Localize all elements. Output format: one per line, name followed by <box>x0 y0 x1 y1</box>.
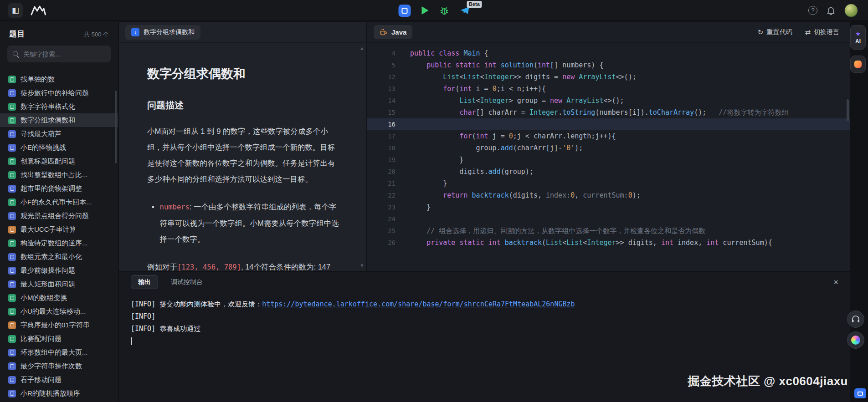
code-line[interactable]: 24 <box>367 213 850 225</box>
scroll-up-icon[interactable]: ▲ <box>360 46 365 51</box>
ai-sparkle-icon: ★ <box>855 30 861 37</box>
sidebar-item-problem[interactable]: 寻找最大葫芦 <box>0 127 118 141</box>
sidebar-item-problem[interactable]: 数字分组求偶数和 <box>0 113 118 127</box>
sidebar-item-problem[interactable]: 最大矩形面积问题 <box>0 277 118 291</box>
problem-title: 数字分组求偶数和 <box>147 66 342 82</box>
problem-title-label: 找单独的数 <box>21 75 55 84</box>
search-box[interactable] <box>7 46 111 62</box>
debug-button[interactable] <box>439 6 449 15</box>
sidebar-item-problem[interactable]: 最少字符串操作次数 <box>0 359 118 373</box>
code-line[interactable]: 17 for(int j = 0;j < charArr.length;j++)… <box>367 130 850 142</box>
code-line[interactable]: 15 char[] charArr = Integer.toString(num… <box>367 107 850 118</box>
run-button[interactable] <box>421 6 428 15</box>
problem-title-label: 字典序最小的01字符串 <box>21 321 90 330</box>
console-link[interactable]: https://bytedance.larkoffice.com/share/b… <box>262 300 575 308</box>
problem-type-icon <box>8 158 16 165</box>
problem-title-label: 创意标题匹配问题 <box>21 157 75 166</box>
code-line[interactable]: 21 } <box>367 178 850 189</box>
feedback-widget[interactable] <box>854 388 866 398</box>
search-input[interactable] <box>23 51 105 58</box>
sidebar-toggle-button[interactable]: ◧ <box>8 3 23 18</box>
sidebar-item-problem[interactable]: 找出整型数组中占比... <box>0 168 118 182</box>
activity-tile[interactable] <box>850 56 866 73</box>
layout-button[interactable] <box>398 5 411 17</box>
sidebar-item-problem[interactable]: 观光景点组合得分问题 <box>0 209 118 223</box>
sidebar-item-problem[interactable]: 徒步旅行中的补给问题 <box>0 86 118 100</box>
code-line[interactable]: 13 for(int i = 0;i < n;i++){ <box>367 83 850 95</box>
problem-type-icon <box>8 294 16 302</box>
sidebar-item-problem[interactable]: 字典序最小的01字符串 <box>0 318 118 332</box>
code-line[interactable]: 19 } <box>367 154 850 166</box>
problem-type-icon <box>8 362 16 370</box>
code-line[interactable]: 14 List<Integer> group = new ArrayList<>… <box>367 95 850 107</box>
problem-title-label: 石子移动问题 <box>21 376 62 384</box>
sidebar-item-problem[interactable]: 环形数组中的最大页... <box>0 346 118 359</box>
problem-tab-icon: ↓ <box>131 28 139 36</box>
help-button[interactable]: ? <box>808 6 817 15</box>
problem-tab[interactable]: ↓ 数字分组求偶数和 <box>125 25 200 40</box>
switch-language-button[interactable]: ⇄ 切换语言 <box>805 28 839 36</box>
code-line[interactable]: 5 public static int solution(int[] numbe… <box>367 59 850 71</box>
problem-body: 数字分组求偶数和 问题描述 小M面对一组从 1 到 9 的数字，这些数字被分成多… <box>119 43 366 271</box>
sidebar-item-problem[interactable]: DNA序列编辑距离 <box>0 400 118 402</box>
sidebar-item-problem[interactable]: 小F的永久代币卡回本... <box>0 195 118 209</box>
ai-chat-button[interactable] <box>847 331 864 349</box>
support-button[interactable] <box>847 310 864 328</box>
editor-scrollbar[interactable] <box>847 99 849 121</box>
user-avatar[interactable] <box>844 4 858 17</box>
code-line[interactable]: 22 return backtrack(digits, index:0, cur… <box>367 189 850 201</box>
reset-code-button[interactable]: ↻ 重置代码 <box>758 28 792 36</box>
reset-code-label: 重置代码 <box>766 28 792 36</box>
line-number: 13 <box>367 83 395 95</box>
code-line[interactable]: 26 private static int backtrack(List<Lis… <box>367 237 850 249</box>
sidebar-item-problem[interactable]: 小E的怪物挑战 <box>0 141 118 154</box>
sidebar-item-problem[interactable]: 最少前缀操作问题 <box>0 264 118 277</box>
sidebar-item-problem[interactable]: 石子移动问题 <box>0 373 118 387</box>
problem-title-label: 小E的怪物挑战 <box>21 143 66 152</box>
code-text: List<Integer> group = new ArrayList<>(); <box>395 95 624 107</box>
app-logo[interactable] <box>30 5 46 16</box>
problem-type-icon <box>8 376 16 384</box>
sidebar-item-problem[interactable]: 超市里的货物架调整 <box>0 182 118 195</box>
scroll-down-icon[interactable]: ▼ <box>360 263 365 268</box>
sidebar-item-problem[interactable]: 数字字符串格式化 <box>0 100 118 113</box>
code-area[interactable]: 4public class Main {5 public static int … <box>367 43 850 249</box>
line-number: 20 <box>367 166 395 178</box>
sidebar-item-problem[interactable]: 最大UCC子串计算 <box>0 223 118 236</box>
line-number: 18 <box>367 142 395 154</box>
problem-title-label: 最大UCC子串计算 <box>21 225 77 234</box>
notifications-button[interactable] <box>827 6 835 15</box>
problem-panel: ↓ 数字分组求偶数和 数字分组求偶数和 问题描述 小M面对一组从 1 到 9 的… <box>119 22 366 271</box>
sidebar-item-problem[interactable]: 找单独的数 <box>0 72 118 86</box>
share-button[interactable]: Beta <box>460 6 470 15</box>
code-line[interactable]: 20 digits.add(group); <box>367 166 850 178</box>
ai-assistant-tile[interactable]: ★ AI <box>850 25 866 50</box>
tab-output[interactable]: 输出 <box>131 275 158 289</box>
tab-debug-console[interactable]: 调试控制台 <box>171 278 203 286</box>
code-text: } <box>395 178 447 189</box>
editor-header: Java ↻ 重置代码 ⇄ 切换语言 <box>367 22 850 43</box>
problem-example: 例如对于[123, 456, 789], 14个符合条件的数为: 147 149… <box>147 259 342 271</box>
sidebar-item-problem[interactable]: 数组元素之和最小化 <box>0 250 118 264</box>
problem-type-icon <box>8 103 16 111</box>
language-tab[interactable]: Java <box>374 25 412 39</box>
sidebar-item-problem[interactable]: 小U的最大连续移动... <box>0 305 118 318</box>
code-line[interactable]: 12 List<List<Integer>> digits = new Arra… <box>367 71 850 83</box>
sidebar-item-problem[interactable]: 比赛配对问题 <box>0 332 118 346</box>
code-line[interactable]: 23 } <box>367 201 850 213</box>
code-text: } <box>395 201 431 213</box>
code-line[interactable]: 25 // 组合选择，用递归、回溯的方法，从数字组中选择一个数字，并检查各位之和… <box>367 225 850 237</box>
sidebar-scrollbar[interactable] <box>115 91 117 163</box>
code-line[interactable]: 4public class Main { <box>367 47 850 59</box>
close-icon[interactable]: × <box>833 278 838 286</box>
sidebar-item-problem[interactable]: 构造特定数组的逆序... <box>0 236 118 250</box>
sidebar-item-problem[interactable]: 创意标题匹配问题 <box>0 154 118 168</box>
problem-type-icon <box>8 321 16 329</box>
code-text: return backtrack(digits, index:0, curren… <box>395 189 641 201</box>
sidebar-toggle-icon: ◧ <box>12 5 19 15</box>
sidebar-item-problem[interactable]: 小R的随机播放顺序 <box>0 387 118 400</box>
code-line[interactable]: 16 <box>367 118 850 130</box>
sidebar-item-problem[interactable]: 小M的数组变换 <box>0 291 118 305</box>
code-line[interactable]: 18 group.add(charArr[j]-'0'); <box>367 142 850 154</box>
bug-icon <box>439 6 449 15</box>
